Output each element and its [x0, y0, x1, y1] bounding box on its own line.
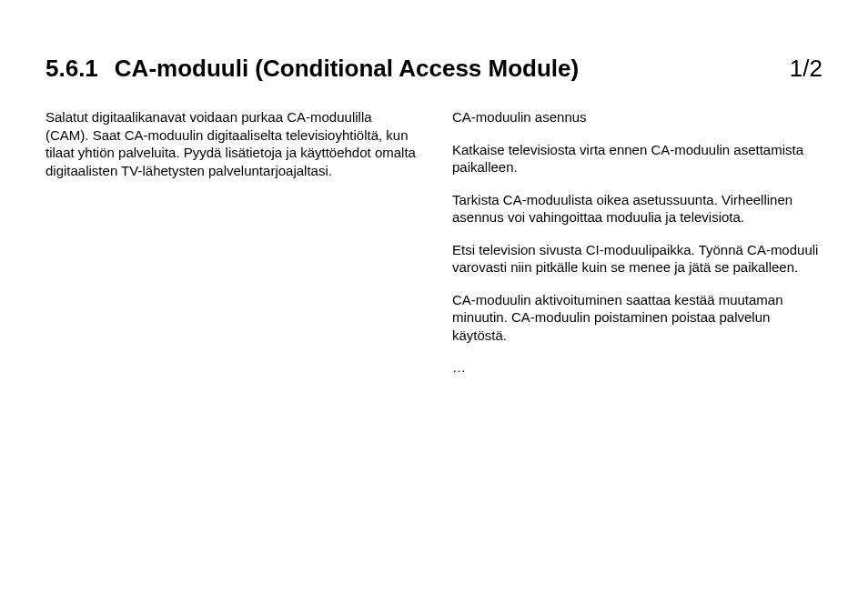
body-paragraph: Tarkista CA-moduulista oikea asetussuunt… [452, 191, 823, 226]
body-paragraph: Salatut digitaalikanavat voidaan purkaa … [45, 108, 416, 179]
continuation-ellipsis: … [452, 358, 823, 377]
body-paragraph: Etsi television sivusta CI-moduulipaikka… [452, 241, 823, 277]
left-column: Salatut digitaalikanavat voidaan purkaa … [45, 108, 416, 391]
page-title: 5.6.1CA-moduuli (Conditional Access Modu… [45, 55, 579, 83]
section-number: 5.6.1 [45, 55, 98, 83]
body-paragraph: Katkaise televisiosta virta ennen CA-mod… [452, 141, 823, 176]
header-row: 5.6.1CA-moduuli (Conditional Access Modu… [45, 55, 823, 83]
page-indicator: 1/2 [790, 55, 823, 83]
manual-page: 5.6.1CA-moduuli (Conditional Access Modu… [0, 0, 868, 614]
content-columns: Salatut digitaalikanavat voidaan purkaa … [45, 108, 823, 391]
subheading: CA-moduulin asennus [452, 108, 823, 126]
right-column: CA-moduulin asennus Katkaise televisiost… [452, 108, 823, 391]
body-paragraph: CA-moduulin aktivoituminen saattaa kestä… [452, 291, 823, 345]
section-title: CA-moduuli (Conditional Access Module) [115, 55, 579, 82]
